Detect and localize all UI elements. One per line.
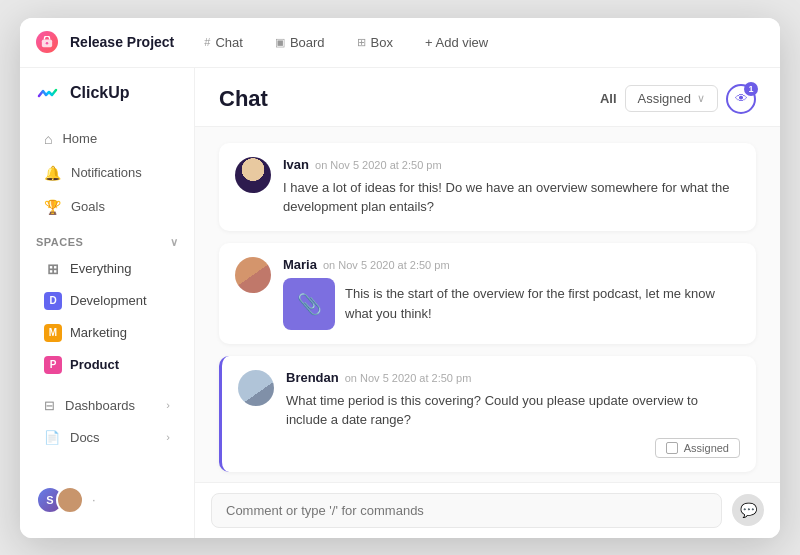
text-maria: This is the start of the overview for th… (345, 284, 740, 323)
tab-chat[interactable]: # Chat (194, 30, 253, 55)
message-header-maria: Maria on Nov 5 2020 at 2:50 pm (283, 257, 740, 272)
logo-text: ClickUp (70, 84, 130, 102)
product-icon: P (44, 356, 62, 374)
message-card-maria: Maria on Nov 5 2020 at 2:50 pm 📎 This is… (219, 243, 756, 344)
sidebar-item-dashboards[interactable]: ⊟ Dashboards › (28, 390, 186, 421)
chat-tab-label: Chat (215, 35, 242, 50)
add-view-label: + Add view (425, 35, 488, 50)
chat-area: Chat All Assigned ∨ 👁 1 (195, 68, 780, 538)
goals-icon: 🏆 (44, 199, 61, 215)
message-content-ivan: Ivan on Nov 5 2020 at 2:50 pm I have a l… (283, 157, 740, 217)
chat-title: Chat (219, 86, 268, 112)
comment-bar: 💬 (195, 482, 780, 538)
product-label: Product (70, 357, 119, 372)
sidebar-goals-label: Goals (71, 199, 105, 214)
message-content-brendan: Brendan on Nov 5 2020 at 2:50 pm What ti… (286, 370, 740, 458)
paperclip-icon: 📎 (297, 292, 322, 316)
spaces-chevron-icon[interactable]: ∨ (170, 236, 179, 249)
assigned-label: Assigned (684, 442, 729, 454)
user-avatar-photo (56, 486, 84, 514)
time-brendan: on Nov 5 2020 at 2:50 pm (345, 372, 472, 384)
message-attachment-maria: 📎 This is the start of the overview for … (283, 278, 740, 330)
watch-button[interactable]: 👁 1 (726, 84, 756, 114)
marketing-label: Marketing (70, 325, 127, 340)
message-header-brendan: Brendan on Nov 5 2020 at 2:50 pm (286, 370, 740, 385)
tab-box[interactable]: ⊞ Box (347, 30, 403, 55)
send-button[interactable]: 💬 (732, 494, 764, 526)
text-brendan: What time period is this covering? Could… (286, 391, 740, 430)
dashboards-chevron-icon: › (166, 399, 170, 411)
attachment-thumb-icon: 📎 (283, 278, 335, 330)
sidebar-home-label: Home (62, 131, 97, 146)
user-avatar-stack: S (36, 486, 84, 514)
sidebar-item-goals[interactable]: 🏆 Goals (28, 191, 186, 223)
text-ivan: I have a lot of ideas for this! Do we ha… (283, 178, 740, 217)
message-card-brendan: Brendan on Nov 5 2020 at 2:50 pm What ti… (219, 356, 756, 472)
filter-assigned-label: Assigned (638, 91, 691, 106)
development-label: Development (70, 293, 147, 308)
message-card-ivan: Ivan on Nov 5 2020 at 2:50 pm I have a l… (219, 143, 756, 231)
avatar-brendan (238, 370, 274, 406)
tab-board[interactable]: ▣ Board (265, 30, 335, 55)
user-dot: · (92, 492, 96, 507)
dashboards-icon: ⊟ (44, 398, 55, 413)
watch-badge: 1 (744, 82, 758, 96)
chat-filter: All Assigned ∨ 👁 1 (600, 84, 756, 114)
assigned-tag: Assigned (286, 438, 740, 458)
author-ivan: Ivan (283, 157, 309, 172)
box-tab-icon: ⊞ (357, 36, 366, 49)
notifications-icon: 🔔 (44, 165, 61, 181)
messages-area: Ivan on Nov 5 2020 at 2:50 pm I have a l… (195, 127, 780, 482)
spaces-section-label: Spaces ∨ (20, 224, 194, 253)
sidebar-logo: ClickUp (20, 80, 194, 122)
development-icon: D (44, 292, 62, 310)
time-ivan: on Nov 5 2020 at 2:50 pm (315, 159, 442, 171)
avatar-ivan (235, 157, 271, 193)
project-icon (36, 31, 58, 53)
box-tab-label: Box (371, 35, 393, 50)
sidebar-item-everything[interactable]: ⊞ Everything (28, 254, 186, 284)
board-tab-label: Board (290, 35, 325, 50)
top-bar: Release Project # Chat ▣ Board ⊞ Box + A… (20, 18, 780, 68)
dashboards-label: Dashboards (65, 398, 135, 413)
sidebar-item-docs[interactable]: 📄 Docs › (28, 422, 186, 453)
clickup-logo-icon (36, 80, 62, 106)
sidebar-item-home[interactable]: ⌂ Home (28, 123, 186, 155)
chat-tab-icon: # (204, 36, 210, 48)
docs-label: Docs (70, 430, 100, 445)
sidebar-item-notifications[interactable]: 🔔 Notifications (28, 157, 186, 189)
message-content-maria: Maria on Nov 5 2020 at 2:50 pm 📎 This is… (283, 257, 740, 330)
main-content: ClickUp ⌂ Home 🔔 Notifications 🏆 Goals S… (20, 68, 780, 538)
filter-assigned-button[interactable]: Assigned ∨ (625, 85, 718, 112)
chat-header: Chat All Assigned ∨ 👁 1 (195, 68, 780, 127)
home-icon: ⌂ (44, 131, 52, 147)
author-brendan: Brendan (286, 370, 339, 385)
docs-chevron-icon: › (166, 431, 170, 443)
avatar-maria (235, 257, 271, 293)
docs-icon: 📄 (44, 430, 60, 445)
everything-label: Everything (70, 261, 131, 276)
project-name: Release Project (70, 34, 174, 50)
filter-chevron-icon: ∨ (697, 92, 705, 105)
sidebar-notifications-label: Notifications (71, 165, 142, 180)
sidebar: ClickUp ⌂ Home 🔔 Notifications 🏆 Goals S… (20, 68, 195, 538)
board-tab-icon: ▣ (275, 36, 285, 49)
sidebar-item-marketing[interactable]: M Marketing (28, 318, 186, 348)
sidebar-item-development[interactable]: D Development (28, 286, 186, 316)
marketing-icon: M (44, 324, 62, 342)
author-maria: Maria (283, 257, 317, 272)
everything-icon: ⊞ (44, 260, 62, 278)
sidebar-user-area: S · (20, 474, 194, 526)
time-maria: on Nov 5 2020 at 2:50 pm (323, 259, 450, 271)
assigned-button[interactable]: Assigned (655, 438, 740, 458)
filter-all-label[interactable]: All (600, 91, 617, 106)
comment-input[interactable] (211, 493, 722, 528)
add-view-button[interactable]: + Add view (415, 30, 498, 55)
svg-point-1 (46, 42, 49, 45)
send-icon: 💬 (740, 502, 757, 518)
assigned-checkbox (666, 442, 678, 454)
app-window: Release Project # Chat ▣ Board ⊞ Box + A… (20, 18, 780, 538)
message-header-ivan: Ivan on Nov 5 2020 at 2:50 pm (283, 157, 740, 172)
sidebar-item-product[interactable]: P Product (28, 350, 186, 380)
